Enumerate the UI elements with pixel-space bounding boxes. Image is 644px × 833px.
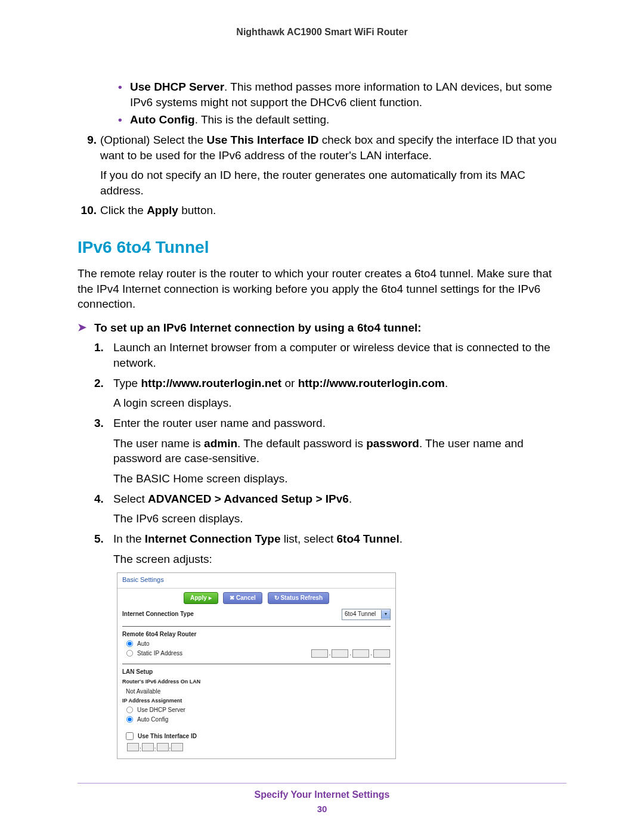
step-strong: http://www.routerlogin.net	[141, 377, 281, 389]
use-interface-id-label: Use This Interface ID	[138, 732, 197, 741]
step-text: The screen adjusts:	[113, 552, 566, 567]
bullet-marker: •	[94, 112, 130, 128]
proc-step-3: 3. Enter the router user name and passwo…	[94, 416, 566, 487]
step-text: . The default password is	[237, 437, 366, 450]
section-heading-ipv6-6to4: IPv6 6to4 Tunnel	[78, 236, 566, 259]
panel-title: Basic Settings	[117, 573, 395, 589]
ip-assignment-label: IP Address Assignment	[117, 696, 395, 705]
step-strong: password	[366, 437, 419, 450]
interface-id-fields[interactable]: :::	[117, 743, 395, 758]
conn-type-label: Internet Connection Type	[122, 610, 342, 618]
bullet-marker: •	[94, 79, 130, 110]
step-text: The IPv6 screen displays.	[113, 511, 566, 527]
router-ipv6-value: Not Available	[126, 688, 160, 696]
step-strong: Internet Connection Type	[145, 532, 281, 545]
conn-type-value: 6to4 Tunnel	[342, 610, 381, 618]
relay-static-radio[interactable]	[126, 650, 133, 657]
step-number: 1.	[94, 340, 113, 370]
step-10: 10. Click the Apply button.	[78, 203, 566, 218]
step-text: .	[349, 493, 352, 505]
bullet-strong: Use DHCP Server	[130, 80, 224, 93]
step-number: 4.	[94, 491, 113, 527]
bullet-auto-config: • Auto Config. This is the default setti…	[94, 112, 566, 128]
relay-auto-label: Auto	[137, 640, 150, 648]
footer-chapter: Specify Your Internet Settings	[78, 788, 566, 801]
step-number: 5.	[94, 531, 113, 566]
chevron-down-icon: ▾	[381, 610, 390, 619]
step-text: In the	[113, 532, 145, 545]
step-text: button.	[178, 204, 216, 216]
step-text: or	[281, 377, 298, 389]
assign-auto-label: Auto Config	[137, 716, 168, 724]
relay-static-row[interactable]: Static IP Address ...	[117, 649, 395, 661]
chevron-right-icon: ➤	[78, 320, 94, 335]
cancel-button[interactable]: ✖ Cancel	[223, 592, 262, 604]
step-text: The user name is	[113, 437, 204, 450]
document-body: • Use DHCP Server. This method passes mo…	[78, 79, 566, 816]
relay-static-label: Static IP Address	[137, 649, 182, 658]
step-strong: admin	[204, 437, 237, 450]
step-strong: Use This Interface ID	[206, 134, 318, 146]
step-text: Enter the router user name and password.	[113, 416, 566, 431]
step-strong: 6to4 Tunnel	[336, 532, 399, 545]
remote-relay-heading: Remote 6to4 Relay Router	[117, 629, 395, 640]
footer-page-number: 30	[78, 803, 566, 815]
step-number: 3.	[94, 416, 113, 487]
page-header: Nighthawk AC1900 Smart WiFi Router	[78, 27, 566, 38]
bullet-strong: Auto Config	[130, 113, 195, 126]
step-text: If you do not specify an ID here, the ro…	[100, 168, 566, 198]
assign-dhcp-label: Use DHCP Server	[137, 706, 185, 714]
step-text: Launch an Internet browser from a comput…	[113, 340, 566, 370]
assign-dhcp-row[interactable]: Use DHCP Server	[117, 705, 395, 715]
section-intro: The remote relay router is the router to…	[78, 266, 566, 312]
conn-type-select[interactable]: 6to4 Tunnel ▾	[342, 609, 391, 620]
step-text: A login screen displays.	[113, 395, 566, 411]
step-text: .	[445, 377, 448, 389]
step-text: .	[400, 532, 402, 545]
proc-step-4: 4. Select ADVANCED > Advanced Setup > IP…	[94, 491, 566, 527]
assign-auto-row[interactable]: Auto Config	[117, 715, 395, 729]
proc-step-2: 2. Type http://www.routerlogin.net or ht…	[94, 376, 566, 411]
proc-step-5: 5. In the Internet Connection Type list,…	[94, 531, 566, 566]
step-text: Type	[113, 377, 141, 389]
router-screenshot: Basic Settings Apply ▸ ✖ Cancel ↻ Status…	[117, 572, 396, 758]
relay-auto-radio[interactable]	[126, 640, 133, 647]
router-ipv6-label: Router's IPv6 Address On LAN	[117, 677, 395, 686]
step-number: 2.	[94, 376, 113, 411]
step-text: The BASIC Home screen displays.	[113, 471, 566, 487]
bullet-text: . This is the default setting.	[195, 113, 330, 126]
step-text: Click the	[100, 204, 147, 216]
use-interface-id-row[interactable]: Use This Interface ID	[117, 728, 395, 743]
step-number: 10.	[78, 203, 100, 218]
apply-button[interactable]: Apply ▸	[184, 592, 218, 604]
static-ip-fields[interactable]: ...	[311, 649, 391, 658]
step-strong: http://www.routerlogin.com	[298, 377, 445, 389]
step-text: Select	[113, 493, 148, 505]
status-refresh-button[interactable]: ↻ Status Refresh	[268, 592, 329, 604]
assign-dhcp-radio[interactable]	[126, 707, 133, 713]
step-number: 9.	[78, 132, 100, 199]
use-interface-id-checkbox[interactable]	[126, 732, 134, 740]
step-text: (Optional) Select the	[100, 134, 206, 146]
step-9: 9. (Optional) Select the Use This Interf…	[78, 132, 566, 199]
step-strong: ADVANCED > Advanced Setup > IPv6	[148, 493, 349, 505]
proc-step-1: 1. Launch an Internet browser from a com…	[94, 340, 566, 370]
relay-auto-row[interactable]: Auto	[117, 639, 395, 649]
lan-setup-heading: LAN Setup	[117, 667, 395, 677]
procedure-title: To set up an IPv6 Internet connection by…	[94, 320, 422, 336]
step-strong: Apply	[147, 204, 178, 216]
procedure-heading: ➤ To set up an IPv6 Internet connection …	[78, 320, 566, 336]
footer-divider	[78, 783, 566, 784]
bullet-use-dhcp: • Use DHCP Server. This method passes mo…	[94, 79, 566, 110]
assign-auto-radio[interactable]	[126, 716, 133, 723]
step-text: list, select	[281, 532, 337, 545]
